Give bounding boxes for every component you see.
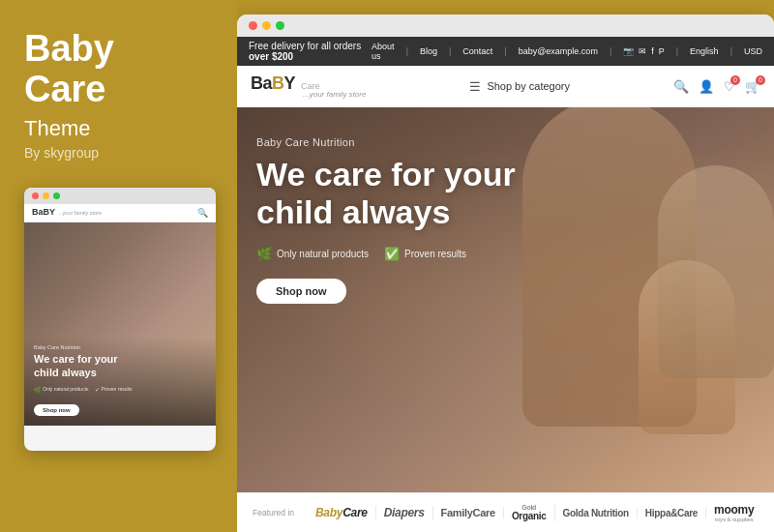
mini-hero: Baby Care Nutrition We care for your chi… [24,222,216,426]
hero-badges: 🌿 Only natural products ✅ Proven results [256,247,516,261]
mini-browser: BaBY ...your family store 🔍 Baby Care Nu… [24,188,216,451]
dot-yellow [262,21,271,30]
hero-section: Baby Care Nutrition We care for your chi… [237,107,774,492]
mini-dot-yellow [43,192,49,199]
cart-badge: 0 [756,75,765,85]
wishlist-badge: 0 [730,75,740,85]
logo-tagline: ...your family store [303,91,366,99]
featured-label: Featured in [253,508,294,517]
instagram-icon[interactable]: 📷 [623,46,634,56]
mini-search-icon: 🔍 [197,208,208,218]
hero-badge-proven: ✅ Proven results [384,247,466,261]
mini-natural-icon: 🌿 [34,386,41,393]
hamburger-icon[interactable]: ☰ [469,79,481,94]
pinterest-icon[interactable]: P [659,46,665,56]
brand-babycare: BabyCare [308,506,376,519]
brand-subtitle: Theme [24,116,90,141]
hero-badge-natural: 🌿 Only natural products [256,247,369,261]
brand-goldanutrition-text: Golda Nutrition [563,508,629,518]
mini-browser-bar [24,188,216,204]
nav-icons: 🔍 👤 ♡ 0 🛒 0 [673,79,760,94]
right-panel: Free delivery for all orders over $200 A… [237,15,774,532]
mini-logo: BaBY ...your family store [32,208,102,217]
cart-icon[interactable]: 🛒 0 [745,79,760,94]
brand-familycare: FamilyCare [433,507,504,518]
brand-diapers-text: Diapers [384,506,425,519]
mini-badge-natural: 🌿 Only natural products [34,386,89,393]
site-logo: BaBY Care ...your family store [251,74,366,99]
wishlist-icon[interactable]: ♡ 0 [724,79,735,94]
mini-heading: We care for your child always [34,353,206,380]
brands-bar: Featured in BabyCare Diapers FamilyCare … [237,492,774,532]
brand-babycare-text: BabyCare [315,506,368,519]
promo-highlight: over $200 [249,51,293,62]
mini-logo-sub: ...your family store [58,210,102,216]
dot-red [249,21,257,30]
language-selector[interactable]: English [690,46,719,56]
brand-goldorganic: Gold Organic [504,504,555,521]
brand-hippa: Hippa&Care [638,508,706,518]
hero-heading: We care for your child always [256,156,516,231]
search-icon[interactable]: 🔍 [673,79,689,94]
mini-dot-green [53,192,60,199]
logo-text: BaBY [251,74,295,94]
mini-shop-button[interactable]: Shop now [34,404,79,416]
promo-bar: Free delivery for all orders over $200 A… [237,37,774,66]
brand-moomy-text: moomy toys & supplies [714,503,754,522]
brand-by: By skygroup [24,145,99,161]
facebook-icon[interactable]: f [651,46,654,56]
about-us-link[interactable]: About us [372,42,395,61]
hero-content: Baby Care Nutrition We care for your chi… [256,136,516,304]
mini-topbar: BaBY ...your family store 🔍 [24,204,216,222]
currency-selector[interactable]: USD [744,46,762,56]
dot-green [276,21,284,30]
mini-hero-overlay: Baby Care Nutrition We care for your chi… [24,337,216,426]
hero-section-label: Baby Care Nutrition [256,136,516,148]
mini-browser-content: BaBY ...your family store 🔍 Baby Care Nu… [24,204,216,451]
shop-now-button[interactable]: Shop now [256,279,346,304]
natural-label: Only natural products [277,249,369,259]
mini-logo-text: BaBY [32,208,55,217]
brand-goldorganic-text: Gold Organic [512,504,547,521]
shop-by-category[interactable]: Shop by category [487,80,570,92]
brand-hippa-text: Hippa&Care [645,508,698,518]
proven-label: Proven results [404,249,466,259]
mini-badges: 🌿 Only natural products ✓ Proven results [34,386,206,393]
brand-diapers: Diapers [376,506,433,519]
mini-dot-red [32,192,39,199]
brand-goldanutrition: Golda Nutrition [555,508,638,518]
account-icon[interactable]: 👤 [699,79,714,94]
mini-badge-proven: ✓ Proven results [95,386,133,393]
nav-center: ☰ Shop by category [469,79,570,94]
promo-bar-right: About us | Blog | Contact | baby@example… [372,42,762,61]
proven-icon: ✅ [384,247,400,261]
twitter-icon[interactable]: ✉ [639,46,646,56]
mini-section-label: Baby Care Nutrition [34,344,206,350]
mini-proven-icon: ✓ [95,386,100,393]
brand-moomy: moomy toys & supplies [706,503,761,522]
blog-link[interactable]: Blog [420,46,437,56]
left-panel: Baby Care Theme By skygroup BaBY ...your… [0,0,237,532]
promo-bar-text: Free delivery for all orders over $200 [249,41,372,62]
browser-chrome [237,15,774,37]
contact-link[interactable]: Contact [462,46,492,56]
brand-title: Baby Care [24,29,114,110]
email-display: baby@example.com [519,46,598,56]
figure-child2 [658,165,774,378]
natural-icon: 🌿 [256,247,272,261]
social-icons: 📷 ✉ f P [623,46,665,56]
nav-bar: BaBY Care ...your family store ☰ Shop by… [237,66,774,107]
brand-familycare-text: FamilyCare [441,507,495,518]
